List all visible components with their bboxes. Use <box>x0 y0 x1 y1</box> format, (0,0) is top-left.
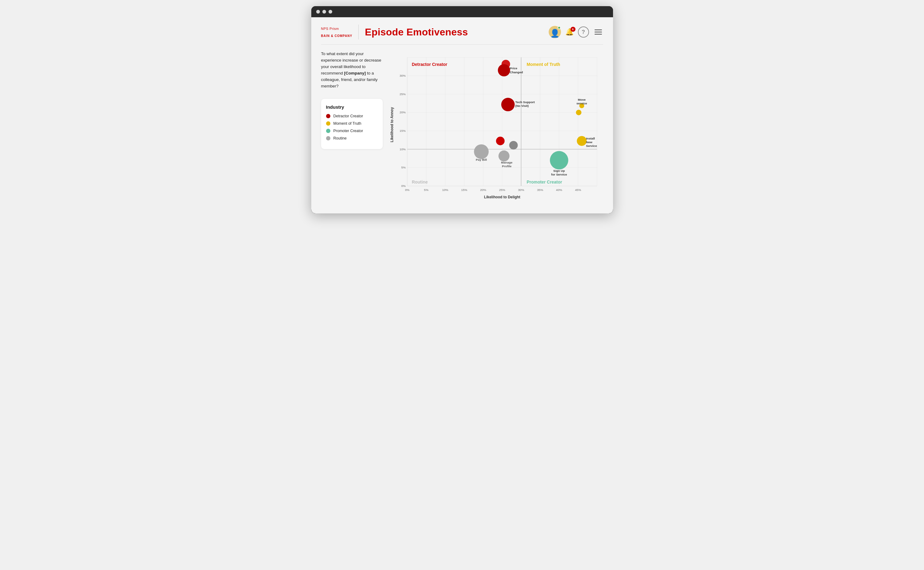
chart-svg: Likelihood to Annoy 0% 5% 10% 15% 20% 25… <box>389 51 603 205</box>
x-tick-45: 45% <box>575 188 581 192</box>
bubble-small-red[interactable] <box>496 137 505 146</box>
legend-dot-detractor <box>326 114 330 118</box>
legend-label-detractor: Detractor Creator <box>333 114 363 118</box>
bubble-manage-profile[interactable] <box>498 150 509 162</box>
label-install-new1: Install <box>586 137 595 140</box>
chart-area: Likelihood to Annoy 0% 5% 10% 15% 20% 25… <box>389 51 603 205</box>
y-tick-0: 0% <box>401 184 406 187</box>
label-manage-profile1: Manage <box>501 161 512 164</box>
label-sign-up2: for Service <box>551 173 567 176</box>
header-right: 👤 🔔 6 ? <box>549 26 603 38</box>
logo-nps-text: NPS Prism <box>321 27 339 31</box>
traffic-light-yellow[interactable] <box>322 10 326 14</box>
left-panel: To what extent did your experience incre… <box>321 51 383 205</box>
bubble-install-new[interactable] <box>577 136 587 146</box>
avatar-wrap[interactable]: 👤 <box>549 26 561 38</box>
label-install-new2: New <box>586 140 592 144</box>
x-tick-0: 0% <box>405 188 410 192</box>
bubble-price-changed[interactable] <box>497 64 510 77</box>
notifications-button[interactable]: 🔔 6 <box>565 28 574 36</box>
avatar-online-dot <box>558 26 561 29</box>
legend-item-detractor: Detractor Creator <box>326 114 378 118</box>
x-tick-5: 5% <box>424 188 428 192</box>
legend-label-moment: Moment of Truth <box>333 121 361 126</box>
x-tick-15: 15% <box>461 188 467 192</box>
label-pay-bill: Pay Bill <box>476 158 487 161</box>
chart-container: Likelihood to Annoy 0% 5% 10% 15% 20% 25… <box>389 51 603 205</box>
legend-label-promoter: Promoter Creator <box>333 129 363 133</box>
menu-line-2 <box>595 32 602 32</box>
legend-title: Industry <box>326 104 378 110</box>
x-tick-30: 30% <box>518 188 524 192</box>
y-tick-5: 5% <box>401 165 406 169</box>
label-move-service1: Move <box>578 98 586 102</box>
bubble-sign-up[interactable] <box>549 151 568 170</box>
quadrant-label-moment: Moment of Truth <box>526 62 560 67</box>
legend-item-routine: Routine <box>326 136 378 140</box>
y-axis-label: Likelihood to Annoy <box>390 107 394 142</box>
header-left: NPS Prism BAIN & COMPANY Episode Emotive… <box>321 25 468 40</box>
quadrant-label-detractor: Detractor Creator <box>412 62 447 67</box>
notifications-badge: 6 <box>571 27 575 32</box>
y-tick-10: 10% <box>399 147 405 151</box>
question-text: To what extent did your experience incre… <box>321 51 383 90</box>
header-divider <box>358 25 359 40</box>
legend-item-moment: Moment of Truth <box>326 121 378 126</box>
label-tech-support2: (No Visit) <box>515 104 528 107</box>
quadrant-label-routine: Routine <box>412 179 428 184</box>
bubble-install-new2[interactable] <box>576 110 581 115</box>
avatar-icon: 👤 <box>550 29 560 38</box>
traffic-light-red[interactable] <box>316 10 320 14</box>
legend-dot-moment <box>326 121 330 126</box>
y-tick-20: 20% <box>399 110 405 114</box>
page-title: Episode Emotiveness <box>365 26 468 38</box>
x-axis-label: Likelihood to Delight <box>484 195 520 199</box>
traffic-light-green[interactable] <box>329 10 332 14</box>
x-tick-25: 25% <box>499 188 505 192</box>
label-move-service2: service <box>577 102 587 105</box>
bubble-pay-bill[interactable] <box>474 144 489 159</box>
titlebar <box>311 6 613 17</box>
legend-dot-routine <box>326 136 330 140</box>
menu-line-1 <box>595 29 602 30</box>
bubble-tech-support[interactable] <box>501 98 514 112</box>
y-tick-25: 25% <box>399 92 405 96</box>
y-tick-30: 30% <box>399 74 405 77</box>
x-tick-20: 20% <box>480 188 486 192</box>
app-window: NPS Prism BAIN & COMPANY Episode Emotive… <box>311 6 613 213</box>
quadrant-label-promoter: Promoter Creator <box>526 179 562 184</box>
legend-box: Industry Detractor Creator Moment of Tru… <box>321 99 383 149</box>
header: NPS Prism BAIN & COMPANY Episode Emotive… <box>321 25 603 40</box>
legend-item-promoter: Promoter Creator <box>326 129 378 133</box>
label-price-changed2: Changed <box>509 70 523 74</box>
x-tick-35: 35% <box>537 188 543 192</box>
question-mark-icon: ? <box>581 29 585 35</box>
x-tick-40: 40% <box>556 188 562 192</box>
main-content: NPS Prism BAIN & COMPANY Episode Emotive… <box>311 17 613 213</box>
logo-bain: BAIN & COMPANY <box>321 34 353 38</box>
menu-line-3 <box>595 34 602 34</box>
label-sign-up1: Sign Up <box>553 169 565 172</box>
label-tech-support1: Tech Support <box>515 100 535 104</box>
legend-dot-promoter <box>326 129 330 133</box>
bubble-manage-profile2[interactable] <box>509 141 517 150</box>
menu-button[interactable] <box>593 28 603 36</box>
legend-label-routine: Routine <box>333 136 347 140</box>
label-price-changed: Price <box>509 66 517 70</box>
y-tick-15: 15% <box>399 129 405 132</box>
body-layout: To what extent did your experience incre… <box>321 51 603 205</box>
label-install-new3: Service <box>586 144 597 147</box>
label-manage-profile2: Profile <box>502 164 511 168</box>
logo: NPS Prism BAIN & COMPANY <box>321 26 353 37</box>
help-button[interactable]: ? <box>578 26 589 38</box>
x-tick-10: 10% <box>442 188 448 192</box>
logo-nps: NPS Prism <box>321 26 353 34</box>
